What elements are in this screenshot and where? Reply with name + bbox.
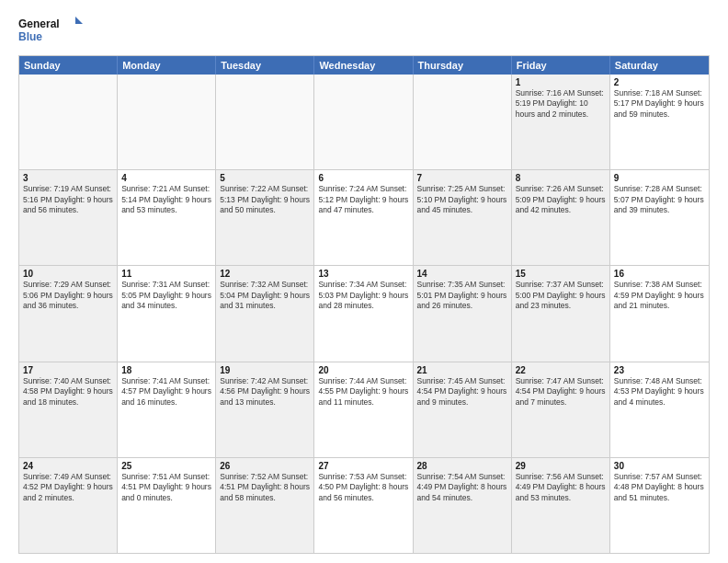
header-day-monday: Monday (118, 56, 216, 75)
day-number: 25 (121, 461, 211, 471)
calendar-day-21: 21Sunrise: 7:45 AM Sunset: 4:54 PM Dayli… (414, 362, 512, 457)
day-number: 18 (121, 365, 211, 375)
day-info: Sunrise: 7:37 AM Sunset: 5:00 PM Dayligh… (516, 280, 606, 311)
svg-marker-2 (75, 17, 83, 24)
header-day-thursday: Thursday (414, 56, 512, 75)
header-day-sunday: Sunday (19, 56, 118, 75)
calendar-day-24: 24Sunrise: 7:49 AM Sunset: 4:52 PM Dayli… (19, 458, 118, 553)
calendar-day-28: 28Sunrise: 7:54 AM Sunset: 4:49 PM Dayli… (414, 458, 512, 553)
day-info: Sunrise: 7:24 AM Sunset: 5:12 PM Dayligh… (318, 184, 408, 215)
day-info: Sunrise: 7:42 AM Sunset: 4:56 PM Dayligh… (220, 376, 310, 408)
calendar-day-25: 25Sunrise: 7:51 AM Sunset: 4:51 PM Dayli… (118, 458, 216, 553)
day-number: 15 (516, 269, 606, 279)
calendar-week-3: 10Sunrise: 7:29 AM Sunset: 5:06 PM Dayli… (19, 265, 709, 361)
day-info: Sunrise: 7:22 AM Sunset: 5:13 PM Dayligh… (220, 184, 310, 215)
day-number: 21 (417, 365, 507, 375)
calendar-day-16: 16Sunrise: 7:38 AM Sunset: 4:59 PM Dayli… (610, 266, 709, 361)
calendar-empty-cell (314, 75, 413, 169)
day-info: Sunrise: 7:54 AM Sunset: 4:49 PM Dayligh… (417, 472, 507, 503)
day-info: Sunrise: 7:49 AM Sunset: 4:52 PM Dayligh… (23, 472, 113, 503)
day-info: Sunrise: 7:31 AM Sunset: 5:05 PM Dayligh… (121, 280, 211, 311)
calendar-week-2: 3Sunrise: 7:19 AM Sunset: 5:16 PM Daylig… (19, 169, 709, 265)
day-info: Sunrise: 7:28 AM Sunset: 5:07 PM Dayligh… (614, 184, 705, 215)
day-number: 6 (318, 173, 408, 183)
calendar-week-4: 17Sunrise: 7:40 AM Sunset: 4:58 PM Dayli… (19, 362, 709, 457)
day-info: Sunrise: 7:40 AM Sunset: 4:58 PM Dayligh… (23, 376, 113, 408)
day-number: 10 (23, 269, 113, 279)
calendar-day-30: 30Sunrise: 7:57 AM Sunset: 4:48 PM Dayli… (610, 458, 709, 553)
day-info: Sunrise: 7:56 AM Sunset: 4:49 PM Dayligh… (516, 472, 606, 503)
day-number: 22 (516, 365, 606, 375)
calendar-day-29: 29Sunrise: 7:56 AM Sunset: 4:49 PM Dayli… (512, 458, 610, 553)
day-info: Sunrise: 7:38 AM Sunset: 4:59 PM Dayligh… (614, 280, 705, 311)
calendar-day-1: 1Sunrise: 7:16 AM Sunset: 5:19 PM Daylig… (512, 75, 610, 169)
calendar-day-6: 6Sunrise: 7:24 AM Sunset: 5:12 PM Daylig… (314, 170, 413, 265)
day-info: Sunrise: 7:21 AM Sunset: 5:14 PM Dayligh… (121, 184, 211, 215)
calendar-day-27: 27Sunrise: 7:53 AM Sunset: 4:50 PM Dayli… (314, 458, 413, 553)
header-day-tuesday: Tuesday (216, 56, 314, 75)
day-number: 7 (417, 173, 507, 183)
day-number: 24 (23, 461, 113, 471)
day-info: Sunrise: 7:18 AM Sunset: 5:17 PM Dayligh… (614, 88, 705, 120)
calendar-body: 1Sunrise: 7:16 AM Sunset: 5:19 PM Daylig… (19, 75, 709, 553)
day-number: 1 (516, 77, 606, 87)
day-info: Sunrise: 7:44 AM Sunset: 4:55 PM Dayligh… (318, 376, 408, 408)
day-number: 8 (516, 173, 606, 183)
day-info: Sunrise: 7:53 AM Sunset: 4:50 PM Dayligh… (318, 472, 408, 503)
day-info: Sunrise: 7:25 AM Sunset: 5:10 PM Dayligh… (417, 184, 507, 215)
day-number: 19 (220, 365, 310, 375)
day-info: Sunrise: 7:57 AM Sunset: 4:48 PM Dayligh… (614, 472, 705, 503)
header-day-wednesday: Wednesday (314, 56, 413, 75)
calendar-day-5: 5Sunrise: 7:22 AM Sunset: 5:13 PM Daylig… (216, 170, 314, 265)
calendar-day-26: 26Sunrise: 7:52 AM Sunset: 4:51 PM Dayli… (216, 458, 314, 553)
calendar-day-9: 9Sunrise: 7:28 AM Sunset: 5:07 PM Daylig… (610, 170, 709, 265)
day-info: Sunrise: 7:45 AM Sunset: 4:54 PM Dayligh… (417, 376, 507, 408)
day-number: 12 (220, 269, 310, 279)
day-info: Sunrise: 7:35 AM Sunset: 5:01 PM Dayligh… (417, 280, 507, 311)
calendar-day-20: 20Sunrise: 7:44 AM Sunset: 4:55 PM Dayli… (314, 362, 413, 457)
calendar-day-19: 19Sunrise: 7:42 AM Sunset: 4:56 PM Dayli… (216, 362, 314, 457)
day-info: Sunrise: 7:19 AM Sunset: 5:16 PM Dayligh… (23, 184, 113, 215)
day-number: 11 (121, 269, 211, 279)
logo-svg: General Blue (18, 15, 83, 48)
day-number: 20 (318, 365, 408, 375)
calendar-day-10: 10Sunrise: 7:29 AM Sunset: 5:06 PM Dayli… (19, 266, 118, 361)
calendar-header: SundayMondayTuesdayWednesdayThursdayFrid… (19, 56, 709, 75)
day-info: Sunrise: 7:16 AM Sunset: 5:19 PM Dayligh… (516, 88, 606, 120)
svg-text:General: General (18, 17, 60, 30)
day-number: 4 (121, 173, 211, 183)
day-number: 29 (516, 461, 606, 471)
calendar-day-4: 4Sunrise: 7:21 AM Sunset: 5:14 PM Daylig… (118, 170, 216, 265)
logo: General Blue (18, 15, 83, 48)
calendar-day-3: 3Sunrise: 7:19 AM Sunset: 5:16 PM Daylig… (19, 170, 118, 265)
day-number: 5 (220, 173, 310, 183)
day-number: 14 (417, 269, 507, 279)
day-number: 28 (417, 461, 507, 471)
calendar-day-8: 8Sunrise: 7:26 AM Sunset: 5:09 PM Daylig… (512, 170, 610, 265)
day-info: Sunrise: 7:52 AM Sunset: 4:51 PM Dayligh… (220, 472, 310, 503)
day-number: 26 (220, 461, 310, 471)
calendar-day-7: 7Sunrise: 7:25 AM Sunset: 5:10 PM Daylig… (414, 170, 512, 265)
day-info: Sunrise: 7:51 AM Sunset: 4:51 PM Dayligh… (121, 472, 211, 503)
day-info: Sunrise: 7:32 AM Sunset: 5:04 PM Dayligh… (220, 280, 310, 311)
calendar-day-17: 17Sunrise: 7:40 AM Sunset: 4:58 PM Dayli… (19, 362, 118, 457)
calendar-empty-cell (19, 75, 118, 169)
day-number: 16 (614, 269, 705, 279)
day-info: Sunrise: 7:47 AM Sunset: 4:54 PM Dayligh… (516, 376, 606, 408)
calendar-empty-cell (118, 75, 216, 169)
calendar-day-2: 2Sunrise: 7:18 AM Sunset: 5:17 PM Daylig… (610, 75, 709, 169)
day-number: 30 (614, 461, 705, 471)
calendar-week-1: 1Sunrise: 7:16 AM Sunset: 5:19 PM Daylig… (19, 75, 709, 169)
header-day-friday: Friday (512, 56, 610, 75)
day-number: 9 (614, 173, 705, 183)
calendar: SundayMondayTuesdayWednesdayThursdayFrid… (18, 55, 710, 554)
day-info: Sunrise: 7:34 AM Sunset: 5:03 PM Dayligh… (318, 280, 408, 311)
calendar-day-14: 14Sunrise: 7:35 AM Sunset: 5:01 PM Dayli… (414, 266, 512, 361)
header-day-saturday: Saturday (610, 56, 709, 75)
day-info: Sunrise: 7:29 AM Sunset: 5:06 PM Dayligh… (23, 280, 113, 311)
calendar-empty-cell (414, 75, 512, 169)
svg-text:Blue: Blue (18, 30, 42, 43)
day-number: 2 (614, 77, 705, 87)
calendar-day-11: 11Sunrise: 7:31 AM Sunset: 5:05 PM Dayli… (118, 266, 216, 361)
day-number: 27 (318, 461, 408, 471)
